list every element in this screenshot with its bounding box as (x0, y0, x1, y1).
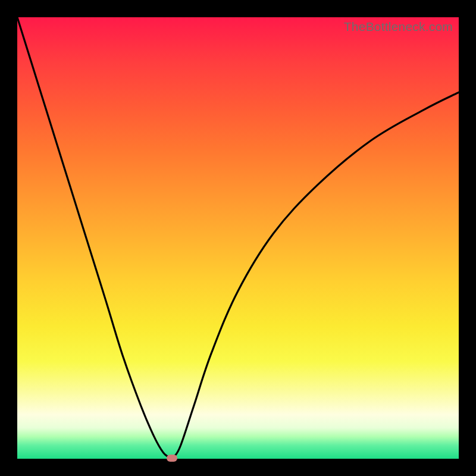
plot-area: TheBottleneck.com (17, 17, 459, 459)
chart-frame: TheBottleneck.com (0, 0, 476, 476)
min-marker (167, 455, 177, 462)
curve-svg (17, 17, 459, 459)
bottleneck-curve (17, 17, 459, 458)
